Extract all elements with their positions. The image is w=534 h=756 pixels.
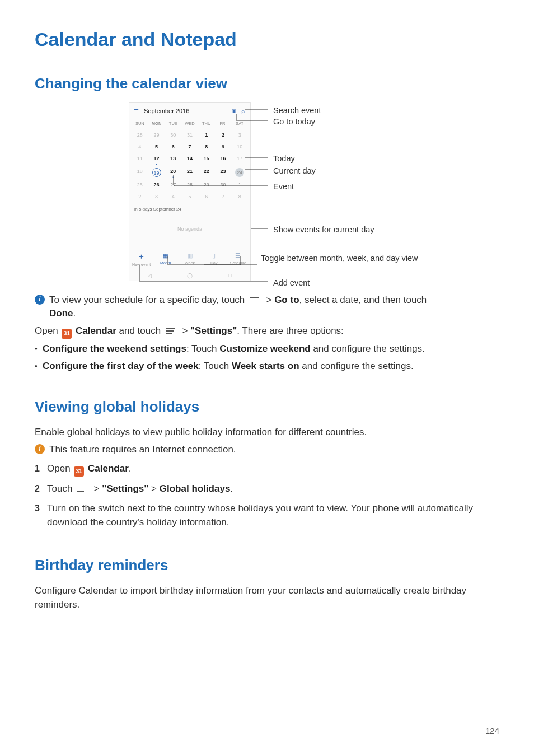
calendar-app-icon: 31 <box>62 329 72 339</box>
info-icon: i <box>35 444 45 454</box>
callout-today: Today <box>273 153 295 165</box>
settings-bullets: Configure the weekend settings: Touch Cu… <box>35 342 499 373</box>
holiday-steps: Open 31 Calendar. Touch > "Settings" > G… <box>35 462 499 529</box>
callout-toggle: Toggle between month, week, and day view <box>261 253 418 264</box>
agenda-bar: In 5 days September 24 <box>129 203 250 216</box>
android-navbar: ◁ ◯ □ <box>129 270 250 281</box>
no-agenda: No agenda <box>129 216 250 250</box>
tab-new-event[interactable]: ＋New event <box>129 251 153 268</box>
menu-icon <box>250 296 259 304</box>
info-icon: i <box>35 295 45 305</box>
goto-today-icon[interactable]: ▣ <box>230 108 238 115</box>
section-changing-view: Changing the calendar view <box>35 73 499 95</box>
phone-frame: ☰ September 2016 ▣ ⌕ SUNMONTUEWEDTHUFRIS… <box>129 102 251 281</box>
page-number: 124 <box>485 725 499 737</box>
section-global-holidays: Viewing global holidays <box>35 396 499 418</box>
birthday-intro: Configure Calendar to import birthday in… <box>35 584 499 612</box>
holidays-note: i This feature requires an Internet conn… <box>35 443 499 457</box>
month-label: September 2016 <box>142 107 230 116</box>
callout-show: Show events for current day <box>273 224 374 236</box>
calendar-app-icon: 31 <box>74 466 84 477</box>
callout-current: Current day <box>273 165 316 177</box>
menu-icon <box>166 327 175 335</box>
hamburger-icon[interactable]: ☰ <box>134 108 142 116</box>
section-birthday: Birthday reminders <box>35 555 499 576</box>
day-headers: SUNMONTUEWEDTHUFRISAT <box>129 119 250 129</box>
date-grid: 2829303112345678910111213141516171819202… <box>129 129 250 203</box>
tab-schedule[interactable]: ☰Schedule <box>226 251 250 268</box>
page-title: Calendar and Notepad <box>35 26 499 53</box>
callout-goto: Go to today <box>273 116 315 128</box>
tab-week[interactable]: ▥Week <box>177 251 202 268</box>
calendar-screenshot: ☰ September 2016 ▣ ⌕ SUNMONTUEWEDTHUFRIS… <box>129 102 515 281</box>
recent-icon[interactable]: □ <box>210 272 250 279</box>
open-settings-line: Open 31 Calendar and touch > "Settings".… <box>35 324 499 339</box>
callout-event: Event <box>273 181 294 193</box>
callout-search: Search event <box>273 105 321 116</box>
holidays-intro: Enable global holidays to view public ho… <box>35 426 499 440</box>
tab-day[interactable]: ▯Day <box>202 251 226 268</box>
tip-goto: i To view your schedule for a specific d… <box>35 293 499 321</box>
tab-month[interactable]: ▦Month <box>153 251 177 268</box>
search-icon[interactable]: ⌕ <box>238 107 246 116</box>
menu-icon <box>77 485 86 493</box>
back-icon[interactable]: ◁ <box>129 272 170 279</box>
callout-add: Add event <box>273 277 310 289</box>
view-tabs[interactable]: ＋New event▦Month▥Week▯Day☰Schedule <box>129 250 250 270</box>
home-icon[interactable]: ◯ <box>170 272 210 279</box>
